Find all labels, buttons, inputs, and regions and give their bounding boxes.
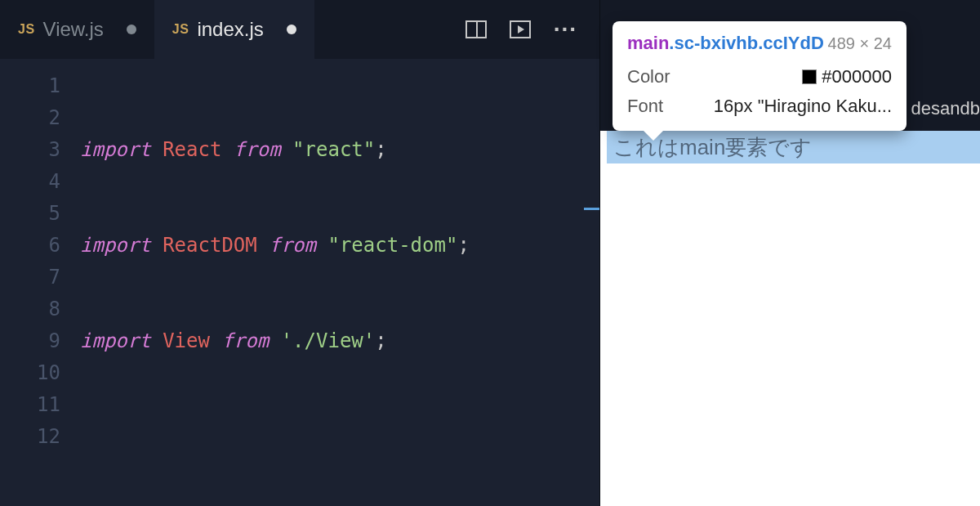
code-editor[interactable]: 1 2 3 4 5 6 7 8 9 10 11 12 import React …: [0, 59, 600, 506]
preview-pane: desandb これはmain要素です main.sc-bxivhb.ccIYd…: [600, 0, 980, 506]
dirty-indicator-icon: [127, 25, 136, 34]
preview-icon[interactable]: [510, 20, 531, 38]
tooltip-row-font: Font 16px "Hiragino Kaku...: [627, 92, 892, 121]
element-inspector-tooltip: main.sc-bxivhb.ccIYdD 489 × 24 Color #00…: [612, 21, 906, 131]
dirty-indicator-icon: [287, 25, 296, 34]
more-icon[interactable]: ···: [554, 16, 577, 43]
editor-toolbar: ···: [466, 16, 600, 43]
dimensions-text: 489 × 24: [828, 34, 892, 53]
tooltip-row-color: Color #000000: [627, 62, 892, 92]
js-file-icon: JS: [18, 22, 35, 37]
tab-label: index.js: [197, 18, 263, 41]
selector-text: main.sc-bxivhb.ccIYdD: [627, 33, 824, 54]
truncated-text: desandb: [911, 98, 980, 119]
tab-index-js[interactable]: JS index.js: [154, 0, 314, 59]
split-layout-icon[interactable]: [466, 20, 487, 38]
tab-label: View.js: [43, 18, 104, 41]
tab-bar: JS View.js JS index.js ···: [0, 0, 600, 59]
color-swatch-icon: [802, 69, 817, 84]
code-area[interactable]: import React from "react"; import ReactD…: [80, 70, 600, 506]
scroll-position-marker: [584, 208, 600, 210]
js-file-icon: JS: [172, 22, 189, 37]
line-gutter: 1 2 3 4 5 6 7 8 9 10 11 12: [0, 70, 80, 506]
tab-view-js[interactable]: JS View.js: [0, 0, 154, 59]
